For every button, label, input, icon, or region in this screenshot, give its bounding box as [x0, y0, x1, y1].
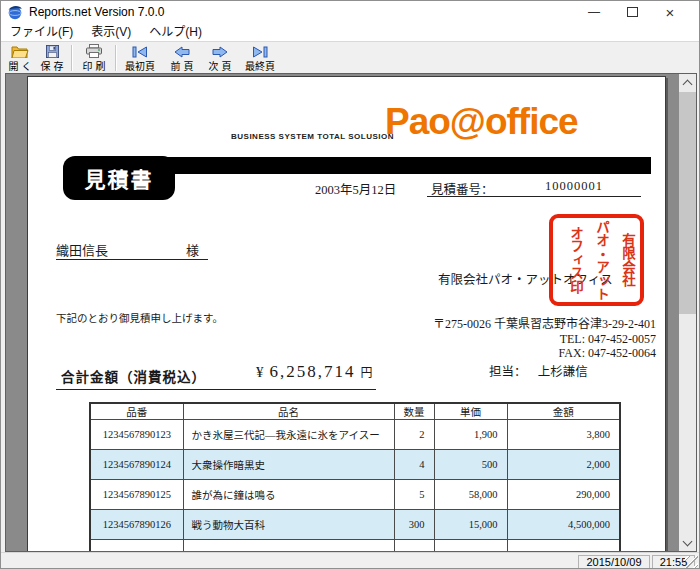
print-button-label: 印 刷: [83, 61, 106, 72]
cell-qty: 2: [394, 420, 434, 450]
estimate-number-value: 10000001: [545, 179, 603, 194]
estimate-number-underline: [427, 196, 641, 197]
scroll-down-button[interactable]: [679, 534, 696, 551]
cell-empty: [90, 540, 183, 552]
issuer-address-block: 〒275-0026 千葉県習志野市谷津3-29-2-401 TEL: 047-4…: [278, 317, 656, 361]
menu-file[interactable]: ファイル(F): [1, 23, 82, 41]
col-header-amount: 金額: [507, 403, 620, 420]
customer-name: 織田信長: [56, 240, 108, 259]
next-page-label: 次 頁: [209, 61, 232, 72]
cell-item-name: 戦う動物大百科: [183, 510, 394, 540]
chevron-up-icon: [683, 79, 693, 89]
save-button-label: 保 存: [41, 61, 64, 72]
open-button[interactable]: 開 く: [4, 44, 36, 72]
total-underline: [56, 389, 376, 390]
cell-item-no: 1234567890126: [90, 510, 183, 540]
greeting-text: 下記のとおり御見積申し上げます。: [56, 310, 223, 325]
menu-view[interactable]: 表示(V): [82, 23, 140, 41]
amount-unit: 円: [361, 366, 373, 380]
last-page-label: 最終頁: [245, 61, 275, 72]
first-page-button[interactable]: 最初頁: [120, 44, 160, 72]
app-icon[interactable]: [7, 4, 23, 20]
table-row-partial: [90, 540, 620, 552]
table-row: 1234567890124 大衆操作暗黒史 4 500 2,000: [90, 450, 620, 480]
cell-amount: 2,000: [507, 450, 620, 480]
staff-name: 上杉謙信: [538, 365, 588, 379]
cell-item-name: 誰が為に鐘は鳴る: [183, 480, 394, 510]
open-button-label: 開 く: [9, 61, 32, 72]
company-seal-stamp: 有限会社 パオ・アット オフィス印: [549, 214, 644, 306]
prev-page-label: 前 頁: [171, 61, 194, 72]
cell-amount: 3,800: [507, 420, 620, 450]
vertical-scrollbar[interactable]: [679, 74, 696, 551]
toolbar: 開 く 保 存 印 刷: [1, 41, 699, 73]
last-page-button[interactable]: 最終頁: [240, 44, 280, 72]
prev-page-button[interactable]: 前 頁: [164, 44, 200, 72]
seal-line: 有限会社: [620, 233, 635, 287]
preview-canvas: BUSINESS SYSTEM TOTAL SOLUSION Pao@offic…: [6, 74, 679, 551]
save-floppy-icon: [46, 44, 59, 58]
save-button[interactable]: 保 存: [35, 44, 69, 72]
cell-amount: 290,000: [507, 480, 620, 510]
col-header-item-no: 品番: [90, 403, 183, 420]
cell-empty: [434, 540, 507, 552]
last-page-icon: [252, 44, 268, 58]
currency-symbol: ¥: [256, 364, 264, 380]
maximize-icon: [627, 7, 638, 17]
print-button[interactable]: 印 刷: [77, 44, 111, 72]
window-title: Reports.net Version 7.0.0: [29, 5, 164, 19]
staff-line: 担当： 上杉謙信: [489, 361, 588, 380]
cell-item-no: 1234567890125: [90, 480, 183, 510]
table-header-row: 品番 品名 数量 単価 金額: [90, 403, 620, 420]
customer-honorific: 様: [186, 240, 199, 259]
document-page: BUSINESS SYSTEM TOTAL SOLUSION Pao@offic…: [27, 76, 666, 551]
table-row: 1234567890125 誰が為に鐘は鳴る 5 58,000 290,000: [90, 480, 620, 510]
cell-item-name: 大衆操作暗黒史: [183, 450, 394, 480]
preview-pane: BUSINESS SYSTEM TOTAL SOLUSION Pao@offic…: [5, 73, 697, 552]
postal-address: 〒275-0026 千葉県習志野市谷津3-29-2-401: [278, 317, 656, 332]
col-header-unit-price: 単価: [434, 403, 507, 420]
table-row: 1234567890123 かき氷屋三代記―我永遠に氷をアイスー 2 1,900…: [90, 420, 620, 450]
title-bar: Reports.net Version 7.0.0 — ×: [1, 1, 699, 23]
next-arrow-icon: [212, 44, 228, 58]
cell-unit-price: 58,000: [434, 480, 507, 510]
minimize-button[interactable]: —: [575, 1, 613, 23]
first-page-icon: [132, 44, 148, 58]
fax-line: FAX: 047-452-0064: [278, 346, 656, 361]
document-date: 2003年5月12日: [315, 179, 396, 198]
seal-line: オフィス印: [568, 226, 583, 294]
total-amount-line: ¥6,258,714円: [256, 362, 373, 382]
scrollbar-thumb[interactable]: [679, 92, 696, 314]
menu-help[interactable]: ヘルプ(H): [140, 23, 211, 41]
logo-tagline: BUSINESS SYSTEM TOTAL SOLUSION: [231, 132, 394, 141]
total-label: 合計金額（消費税込）: [61, 366, 206, 386]
cell-empty: [394, 540, 434, 552]
close-button[interactable]: ×: [651, 1, 689, 23]
chevron-down-icon: [683, 536, 693, 546]
scroll-up-button[interactable]: [679, 74, 696, 91]
cell-empty: [183, 540, 394, 552]
printer-icon: [86, 44, 102, 58]
customer-underline: [56, 259, 208, 260]
col-header-item-name: 品名: [183, 403, 394, 420]
app-window: Reports.net Version 7.0.0 — × ファイル(F) 表示…: [0, 0, 700, 569]
company-logo: Pao@office: [385, 101, 578, 143]
cell-qty: 5: [394, 480, 434, 510]
cell-amount: 4,500,000: [507, 510, 620, 540]
status-date: 2015/10/09: [578, 555, 650, 569]
status-bar: 2015/10/09 21:55: [1, 552, 699, 569]
cell-unit-price: 15,000: [434, 510, 507, 540]
next-page-button[interactable]: 次 頁: [202, 44, 238, 72]
col-header-qty: 数量: [394, 403, 434, 420]
maximize-button[interactable]: [613, 1, 651, 23]
cell-item-no: 1234567890123: [90, 420, 183, 450]
cell-item-name: かき氷屋三代記―我永遠に氷をアイスー: [183, 420, 394, 450]
tel-line: TEL: 047-452-0057: [278, 332, 656, 347]
toolbar-separator: [71, 45, 73, 71]
menu-bar: ファイル(F) 表示(V) ヘルプ(H): [1, 23, 699, 41]
prev-arrow-icon: [174, 44, 190, 58]
total-amount: 6,258,714: [270, 362, 356, 381]
cell-empty: [507, 540, 620, 552]
open-folder-icon: [11, 44, 29, 58]
resize-grip[interactable]: [685, 556, 698, 569]
